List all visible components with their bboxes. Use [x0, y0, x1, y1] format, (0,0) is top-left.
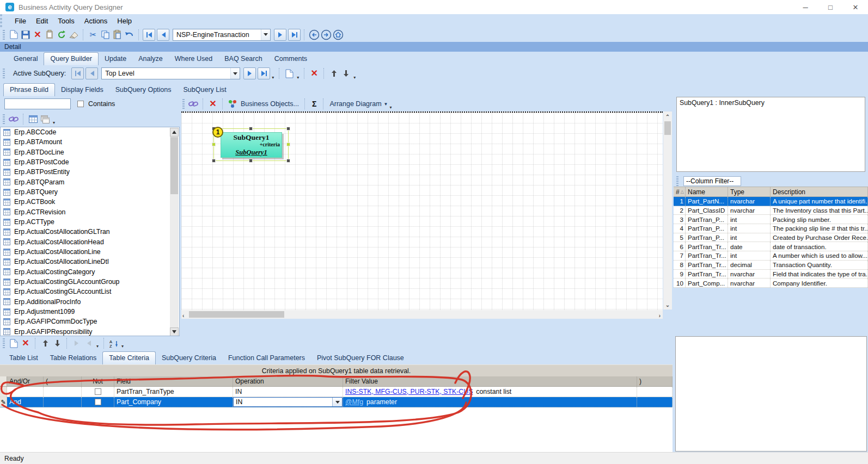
table-list-item[interactable]: Erp.ActualCostAllocationLine — [1, 247, 179, 257]
criteria-tab[interactable]: SubQuery Criteria — [156, 352, 222, 364]
main-tab[interactable]: Where Used — [169, 53, 218, 65]
andor-cell[interactable]: And — [7, 397, 44, 407]
scrollbar-thumb[interactable] — [664, 121, 671, 135]
display-column-row[interactable]: 7 PartTran_Tr... int A number which is u… — [674, 251, 868, 261]
header-filter-value[interactable]: Filter Value — [343, 376, 637, 386]
table-list-item[interactable]: Erp.ABTPostEntity — [1, 167, 179, 177]
row-selector-cell[interactable]: ✎ — [0, 397, 7, 407]
last-subquery-button[interactable] — [258, 67, 270, 79]
header-open-paren[interactable]: ( — [44, 376, 82, 386]
close-paren-cell[interactable] — [637, 387, 673, 397]
move-down-icon[interactable] — [51, 337, 63, 349]
arrange-diagram-button[interactable]: Arrange Diagram — [329, 100, 381, 108]
criteria-tab[interactable]: Pivot SubQuery FOR Clause — [311, 352, 410, 364]
criteria-row[interactable]: ✎ And Part_Company IN IN @Mfg para — [0, 397, 673, 407]
criteria-tab[interactable]: Table Criteria — [102, 351, 156, 364]
menu-item[interactable]: Help — [112, 17, 137, 25]
operation-cell[interactable]: IN IN — [233, 397, 343, 407]
toolbar-overflow-caret[interactable]: ▾ — [96, 344, 99, 350]
table-list-scrollbar[interactable] — [170, 128, 179, 336]
toolbar-overflow-caret[interactable]: ▾ — [353, 75, 356, 82]
chevron-down-icon[interactable] — [230, 68, 240, 79]
criteria-tab[interactable]: Function Call Parameters — [222, 352, 311, 364]
sort-az-icon[interactable]: AZ — [108, 337, 120, 349]
toolbar-overflow-caret[interactable]: ▾ — [390, 105, 392, 112]
operation-combobox[interactable]: IN — [233, 397, 343, 407]
close-paren-cell[interactable] — [637, 397, 673, 407]
toolbar-overflow-caret[interactable]: ▾ — [272, 75, 274, 82]
display-column-row[interactable]: 2 Part_ClassID nvarchar The Inventory cl… — [674, 206, 868, 215]
new-subquery-caret[interactable]: ▾ — [297, 75, 299, 82]
main-tab[interactable]: Comments — [268, 53, 313, 65]
sum-icon[interactable]: Σ — [312, 100, 316, 108]
andor-cell[interactable] — [7, 387, 44, 397]
table-list-item[interactable]: Erp.ABCCode — [1, 127, 179, 137]
clipboard-icon[interactable] — [44, 29, 56, 41]
not-checkbox[interactable] — [95, 399, 101, 405]
chevron-down-icon[interactable] — [261, 29, 270, 40]
criteria-row[interactable]: ✎ PartTran_TranType IN IN INS-STK, MFG-C… — [0, 387, 673, 397]
contains-checkbox[interactable] — [77, 101, 84, 107]
table-list-item[interactable]: Erp.ACTRevision — [1, 207, 179, 217]
cut-icon[interactable]: ✂ — [87, 29, 99, 41]
filter-value-link[interactable]: INS-STK, MFG-CUS, PUR-STK, STK-CUS — [345, 388, 473, 395]
table-list-item[interactable]: Erp.ActualCostingCategory — [1, 267, 179, 277]
display-column-row[interactable]: 10 Part_Comp... nvarchar Company Identif… — [674, 279, 868, 288]
table-list-item[interactable]: Erp.ActualCostAllocationGLTran — [1, 227, 179, 237]
home-icon[interactable] — [332, 29, 344, 41]
scroll-down-icon[interactable] — [170, 327, 179, 336]
arrange-diagram-caret[interactable]: ▼ — [384, 102, 388, 107]
column-header-type[interactable]: Type — [728, 187, 771, 196]
undo-icon[interactable] — [123, 29, 135, 41]
not-cell[interactable] — [82, 397, 114, 407]
new-icon[interactable] — [8, 29, 20, 41]
navigate-back-icon[interactable] — [308, 29, 320, 41]
table-list-item[interactable]: Erp.ABTPostCode — [1, 157, 179, 167]
header-field[interactable]: Field — [114, 376, 233, 386]
subquery-node[interactable]: SubQuery1 +criteria SubQuery1 — [221, 132, 282, 158]
next-subquery-button[interactable] — [243, 67, 256, 79]
resize-handle[interactable] — [212, 143, 216, 146]
delete-criteria-icon[interactable]: ✕ — [20, 337, 32, 349]
close-button[interactable]: ✕ — [843, 0, 868, 14]
main-tab[interactable]: BAQ Search — [218, 53, 268, 65]
query-selector-combobox[interactable]: NSP-EngineTrasnaction — [173, 29, 271, 41]
move-up-icon[interactable] — [328, 67, 340, 79]
builder-tab[interactable]: Display Fields — [55, 84, 109, 96]
builder-tab[interactable]: Phrase Build — [3, 83, 55, 96]
builder-tab[interactable]: SubQuery List — [178, 84, 233, 96]
business-objects-button[interactable]: Business Objects... — [241, 100, 299, 108]
menu-item[interactable]: Edit — [31, 17, 53, 25]
resize-handle[interactable] — [212, 159, 216, 163]
resize-handle[interactable] — [286, 143, 290, 146]
refresh-icon[interactable] — [56, 29, 68, 41]
filter-value-cell[interactable]: INS-STK, MFG-CUS, PUR-STK, STK-CUS const… — [343, 387, 637, 397]
link-tables-icon[interactable] — [187, 98, 199, 110]
header-close-paren[interactable]: ) — [637, 376, 673, 386]
sort-options-caret[interactable]: ▾ — [121, 344, 124, 350]
table-list-item[interactable]: Erp.Adjustment1099 — [1, 307, 179, 317]
chevron-down-icon[interactable] — [332, 398, 342, 406]
filter-value-link[interactable]: @Mfg — [345, 398, 363, 406]
table-list-item[interactable]: Erp.ActualCostingGLAccountGroup — [1, 277, 179, 287]
resize-handle[interactable] — [249, 127, 253, 131]
paste-icon[interactable] — [111, 29, 123, 41]
display-column-row[interactable]: 6 PartTran_Tr... date date of transactio… — [674, 242, 868, 251]
table-list-item[interactable]: Erp.ActualCostAllocationHead — [1, 237, 179, 247]
table-list-item[interactable]: Erp.ABTQParam — [1, 177, 179, 187]
table-list-item[interactable]: Erp.ACTType — [1, 217, 179, 227]
field-cell[interactable]: PartTran_TranType — [114, 387, 233, 397]
table-list-item[interactable]: Erp.ActualCostAllocationLineDtl — [1, 257, 179, 267]
new-criteria-icon[interactable] — [8, 337, 20, 349]
remove-table-icon[interactable]: ✕ — [207, 98, 219, 110]
field-cell[interactable]: Part_Company — [114, 397, 233, 407]
table-list-item[interactable]: Erp.ABTAmount — [1, 137, 179, 147]
scrollbar-thumb[interactable] — [189, 311, 284, 318]
header-not[interactable]: Not — [82, 376, 114, 386]
scrollbar-thumb[interactable] — [170, 137, 178, 194]
header-operation[interactable]: Operation — [233, 376, 343, 386]
menu-item[interactable]: Actions — [80, 17, 113, 25]
row-selector-cell[interactable]: ✎ — [0, 387, 7, 397]
menu-item[interactable]: File — [10, 17, 31, 25]
table-list-item[interactable]: Erp.AGAFIPCommDocType — [1, 317, 179, 326]
